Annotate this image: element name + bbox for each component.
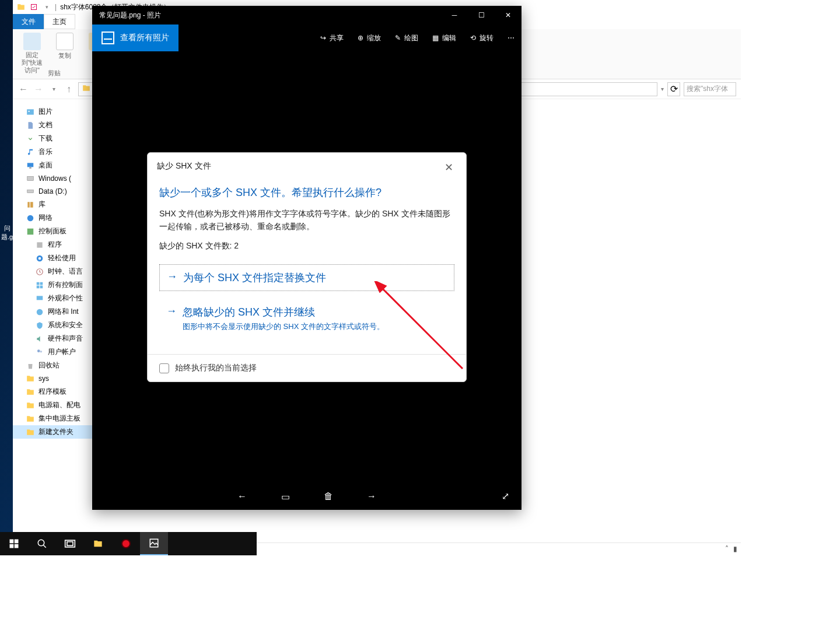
delete-button[interactable]: 🗑 bbox=[321, 489, 335, 503]
share-button[interactable]: ↪共享 bbox=[313, 24, 351, 51]
rotate-button[interactable]: ⟲旋转 bbox=[463, 24, 501, 51]
photos-titlebar: 常见问题.png - 照片 ─ ☐ ✕ bbox=[92, 6, 522, 24]
zoom-button[interactable]: ⊕缩放 bbox=[351, 24, 388, 51]
svg-rect-22 bbox=[10, 540, 14, 544]
svg-rect-17 bbox=[37, 296, 43, 300]
svg-rect-15 bbox=[37, 285, 40, 288]
maximize-button[interactable]: ☐ bbox=[468, 6, 495, 24]
sidebar-item-label: sys bbox=[38, 374, 49, 383]
battery-icon[interactable]: ▮ bbox=[733, 545, 737, 553]
up-button[interactable]: ↑ bbox=[63, 83, 75, 95]
photo-viewport[interactable]: 缺少 SHX 文件 ✕ 缺少一个或多个 SHX 文件。希望执行什么操作? SHX… bbox=[92, 51, 522, 483]
sidebar-item-label: 时钟、语言 bbox=[48, 267, 83, 276]
folder-icon bbox=[16, 2, 26, 12]
sidebar-item-label: 桌面 bbox=[38, 160, 52, 170]
search-button[interactable] bbox=[28, 532, 56, 555]
tab-home[interactable]: 主页 bbox=[44, 14, 75, 29]
netint-icon bbox=[35, 307, 44, 317]
programs-icon bbox=[35, 240, 44, 250]
slideshow-button[interactable]: ▭ bbox=[278, 489, 292, 503]
sidebar-item-label: 下载 bbox=[38, 134, 52, 144]
pin-button[interactable]: 固定到"快速访问" bbox=[19, 33, 46, 75]
documents-icon bbox=[26, 121, 35, 130]
music-icon bbox=[26, 148, 35, 157]
pin-icon bbox=[23, 33, 41, 50]
svg-rect-14 bbox=[40, 282, 43, 285]
folder-icon bbox=[26, 428, 35, 437]
forward-button[interactable]: → bbox=[33, 83, 44, 95]
always-checkbox[interactable] bbox=[159, 363, 169, 373]
prev-button[interactable]: ← bbox=[235, 489, 249, 503]
sidebar-item-label: 文档 bbox=[38, 120, 52, 130]
search-input[interactable]: 搜索"shx字体 bbox=[684, 82, 736, 96]
system-tray: ˄ ▮ bbox=[725, 545, 737, 553]
photos-window-title: 常见问题.png - 照片 bbox=[99, 10, 441, 20]
svg-rect-13 bbox=[37, 282, 40, 285]
shx-option-ignore[interactable]: → 忽略缺少的 SHX 文件并继续 图形中将不会显示使用缺少的 SHX 文件的文… bbox=[159, 299, 454, 338]
copy-label: 复制 bbox=[58, 51, 71, 60]
next-button[interactable]: → bbox=[365, 489, 379, 503]
photos-window: 常见问题.png - 照片 ─ ☐ ✕ 查看所有照片 ↪共享 ⊕缩放 ✎绘图 ▦… bbox=[92, 6, 522, 510]
view-all-photos-button[interactable]: 查看所有照片 bbox=[92, 24, 178, 51]
svg-rect-4 bbox=[29, 167, 32, 168]
gallery-icon bbox=[102, 32, 114, 44]
record-icon bbox=[121, 539, 131, 548]
shx-dialog-title: 缺少 SHX 文件 bbox=[157, 161, 211, 174]
shx-missing-count: 缺少的 SHX 文件数: 2 bbox=[159, 241, 454, 251]
address-dropdown[interactable]: ▾ bbox=[661, 86, 664, 92]
sidebar-item-label: 用户帐户 bbox=[48, 347, 76, 357]
svg-point-19 bbox=[37, 349, 40, 352]
pictures-icon bbox=[26, 107, 35, 117]
taskview-button[interactable] bbox=[56, 532, 84, 555]
draw-label: 绘图 bbox=[404, 33, 418, 43]
svg-rect-8 bbox=[27, 228, 34, 235]
zoom-icon: ⊕ bbox=[358, 34, 363, 42]
allctrl-icon bbox=[35, 281, 44, 290]
svg-rect-29 bbox=[67, 542, 73, 546]
sidebar-item-label: 新建文件夹 bbox=[38, 427, 74, 437]
back-button[interactable]: ← bbox=[18, 83, 29, 95]
shx-close-button[interactable]: ✕ bbox=[441, 161, 457, 174]
svg-point-11 bbox=[38, 257, 41, 260]
photos-footer: ← ▭ 🗑 → bbox=[92, 483, 522, 510]
close-button[interactable]: ✕ bbox=[495, 6, 522, 24]
properties-icon[interactable] bbox=[29, 2, 38, 12]
edit-label: 编辑 bbox=[442, 33, 456, 43]
shx-option2-sub: 图形中将不会显示使用缺少的 SHX 文件的文字样式或符号。 bbox=[183, 321, 447, 332]
tray-chevron-icon[interactable]: ˄ bbox=[725, 545, 729, 553]
security-icon bbox=[35, 321, 44, 330]
view-all-label: 查看所有照片 bbox=[120, 33, 169, 43]
recycle-icon bbox=[26, 361, 35, 370]
recent-dropdown[interactable]: ▾ bbox=[48, 83, 60, 95]
sidebar-item-label: 程序 bbox=[48, 240, 62, 250]
pin-label: 固定到"快速访问" bbox=[19, 51, 46, 75]
start-button[interactable] bbox=[0, 532, 28, 555]
svg-rect-9 bbox=[37, 242, 42, 247]
edit-button[interactable]: ▦编辑 bbox=[425, 24, 463, 51]
sidebar-item-label: 控制面板 bbox=[38, 226, 66, 236]
shx-description: SHX 文件(也称为形文件)将用作文字字体或符号字体。缺少的 SHX 文件未随图… bbox=[159, 208, 454, 233]
more-button[interactable]: ⋯ bbox=[501, 24, 522, 51]
desktop-icon bbox=[26, 161, 35, 170]
svg-rect-1 bbox=[27, 109, 34, 114]
photos-taskbar-button[interactable] bbox=[140, 532, 168, 555]
minimize-button[interactable]: ─ bbox=[441, 6, 468, 24]
svg-rect-25 bbox=[15, 544, 19, 548]
copy-icon bbox=[56, 33, 74, 50]
qat-dropdown-icon[interactable]: ▾ bbox=[42, 2, 51, 12]
explorer-taskbar-button[interactable] bbox=[84, 532, 112, 555]
sidebar-item-label: 网络 bbox=[38, 213, 52, 223]
fullscreen-button[interactable]: ⤢ bbox=[498, 489, 512, 503]
sidebar-item-label: 轻松使用 bbox=[48, 253, 76, 263]
arrow-icon: → bbox=[167, 271, 177, 284]
draw-button[interactable]: ✎绘图 bbox=[388, 24, 425, 51]
sidebar-item-label: 硬件和声音 bbox=[48, 334, 83, 344]
shx-option-specify[interactable]: → 为每个 SHX 文件指定替换文件 bbox=[159, 264, 454, 291]
sidebar-item-label: 网络和 Int bbox=[48, 307, 79, 317]
record-taskbar-button[interactable] bbox=[112, 532, 140, 555]
svg-rect-5 bbox=[27, 177, 34, 181]
refresh-button[interactable]: ⟳ bbox=[667, 82, 680, 96]
tab-file[interactable]: 文件 bbox=[13, 14, 44, 29]
share-icon: ↪ bbox=[320, 34, 326, 42]
desktop-file-label: 问题.g bbox=[0, 224, 14, 242]
